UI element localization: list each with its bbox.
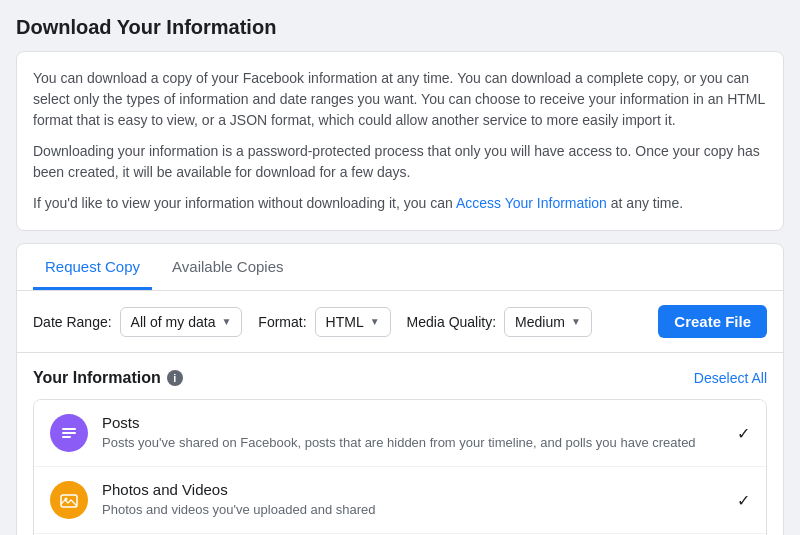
date-range-dropdown[interactable]: All of my data ▼ <box>120 307 243 337</box>
main-card: Request Copy Available Copies Date Range… <box>16 243 784 535</box>
tab-available-copies[interactable]: Available Copies <box>160 244 295 290</box>
svg-rect-2 <box>62 436 71 438</box>
deselect-all-button[interactable]: Deselect All <box>694 370 767 386</box>
tabs-row: Request Copy Available Copies <box>17 244 783 291</box>
media-quality-group: Media Quality: Medium ▼ <box>407 307 592 337</box>
info-paragraph-3-before: If you'd like to view your information w… <box>33 195 456 211</box>
media-quality-dropdown[interactable]: Medium ▼ <box>504 307 592 337</box>
create-file-button[interactable]: Create File <box>658 305 767 338</box>
posts-icon <box>50 414 88 452</box>
info-tooltip-icon[interactable]: i <box>167 370 183 386</box>
format-chevron-icon: ▼ <box>370 316 380 327</box>
photos-videos-check-icon: ✓ <box>737 491 750 510</box>
your-information-title: Your Information i <box>33 369 183 387</box>
list-item: Posts Posts you've shared on Facebook, p… <box>34 400 766 467</box>
posts-check-icon: ✓ <box>737 424 750 443</box>
photos-videos-icon <box>50 481 88 519</box>
info-paragraph-1: You can download a copy of your Facebook… <box>33 68 767 131</box>
controls-row: Date Range: All of my data ▼ Format: HTM… <box>17 291 783 353</box>
date-range-group: Date Range: All of my data ▼ <box>33 307 242 337</box>
date-range-value: All of my data <box>131 314 216 330</box>
list-item: Photos and Videos Photos and videos you'… <box>34 467 766 534</box>
media-quality-value: Medium <box>515 314 565 330</box>
access-your-information-link[interactable]: Access Your Information <box>456 195 607 211</box>
photos-videos-name: Photos and Videos <box>102 481 723 498</box>
tab-request-copy[interactable]: Request Copy <box>33 244 152 290</box>
information-items-list: Posts Posts you've shared on Facebook, p… <box>33 399 767 535</box>
info-paragraph-3: If you'd like to view your information w… <box>33 193 767 214</box>
svg-rect-0 <box>62 428 76 430</box>
date-range-label: Date Range: <box>33 314 112 330</box>
posts-name: Posts <box>102 414 723 431</box>
info-paragraph-2: Downloading your information is a passwo… <box>33 141 767 183</box>
photos-videos-description: Photos and videos you've uploaded and sh… <box>102 501 723 519</box>
media-quality-label: Media Quality: <box>407 314 496 330</box>
your-information-header: Your Information i Deselect All <box>33 369 767 387</box>
info-paragraph-3-after: at any time. <box>607 195 683 211</box>
info-card: You can download a copy of your Facebook… <box>16 51 784 231</box>
page-title: Download Your Information <box>16 16 784 39</box>
svg-rect-1 <box>62 432 76 434</box>
your-information-section: Your Information i Deselect All <box>17 353 783 535</box>
format-dropdown[interactable]: HTML ▼ <box>315 307 391 337</box>
date-range-chevron-icon: ▼ <box>221 316 231 327</box>
posts-description: Posts you've shared on Facebook, posts t… <box>102 434 723 452</box>
format-label: Format: <box>258 314 306 330</box>
media-quality-chevron-icon: ▼ <box>571 316 581 327</box>
format-group: Format: HTML ▼ <box>258 307 390 337</box>
format-value: HTML <box>326 314 364 330</box>
